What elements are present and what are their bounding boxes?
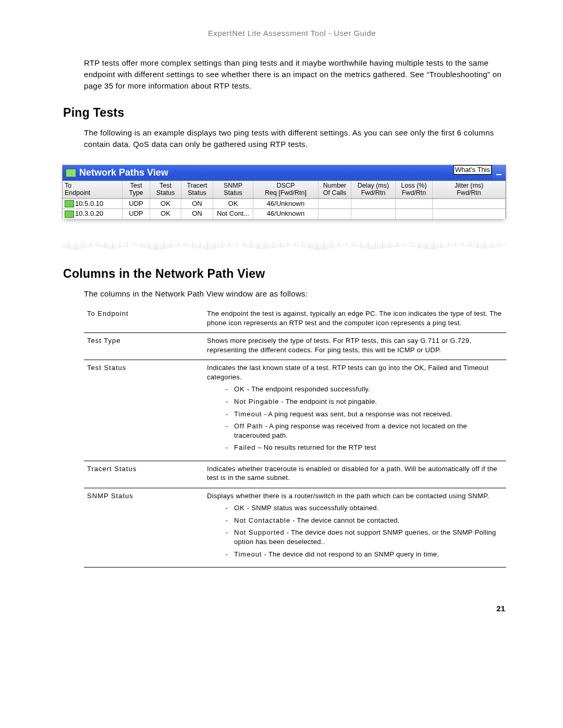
definition-subitem: -Timeout - A ping request was sent, but … [219,410,503,419]
grid-cell [319,209,351,219]
definition-row: Test StatusIndicates the last known stat… [84,360,506,461]
endpoint-icon [65,211,74,218]
definition-row: Test TypeShows more precisely the type o… [84,333,506,360]
grid-header-cell[interactable]: ToEndpoint [63,181,123,199]
grid-header-cell[interactable]: TracertStatus [181,181,213,199]
ping-paragraph: The following is an example displays two… [84,127,503,150]
definition-term: Tracert Status [84,461,204,488]
intro-paragraph: RTP tests offer more complex settings th… [84,57,503,91]
grid-cell [433,199,506,209]
definition-desc: Shows more precisely the type of tests. … [204,333,506,360]
column-definitions-table: To EndpointThe endpoint the test is agai… [84,306,506,567]
window-titlebar: Network Paths View What's This [63,165,506,181]
torn-edge [62,242,506,251]
endpoint-icon [65,200,74,207]
grid-cell: ON [181,199,213,209]
grid-cell: 46/Unknown [253,209,319,219]
definition-subitem: -Not Contactable - The device cannot be … [219,516,503,525]
heading-ping-tests: Ping Tests [63,106,503,120]
grid-cell [396,199,433,209]
definition-term: Test Type [84,333,204,360]
grid-cell [351,199,396,209]
svg-rect-0 [496,174,501,175]
grid-cell: 10.5.0.10 [63,199,123,209]
grid-cell: 10.3.0.20 [63,209,123,219]
grid-header-cell[interactable]: DSCPReq [Fwd/Rtn] [253,181,319,199]
definition-desc: The endpoint the test is against, typica… [204,306,506,333]
grid-header-cell[interactable]: SNMPStatus [213,181,253,199]
minimize-button[interactable] [492,165,506,181]
whats-this-button[interactable]: What's This [454,165,492,175]
columns-intro: The columns in the Network Path View win… [84,288,503,300]
grid-cell: OK [150,199,181,209]
grid-row[interactable]: 10.3.0.20UDPOKONNot Cont...46/Unknown [63,208,506,219]
definition-subitem: -Not Pingable - The endpoint is not ping… [219,397,503,406]
grid-header-cell[interactable]: Loss (%)Fwd/Rtn [396,181,433,199]
grid-cell: UDP [123,199,150,209]
grid-cell [351,209,396,219]
window-icon [66,169,76,177]
definition-subitem: -OK - SNMP status was successfully obtai… [219,503,503,513]
heading-columns: Columns in the Network Path View [63,267,503,281]
definition-row: Tracert StatusIndicates whether tracerou… [84,461,506,488]
grid-row[interactable]: 10.5.0.10UDPOKONOK46/Unknown [63,199,506,209]
definition-desc: Indicates the last known state of a test… [204,360,506,461]
grid-cell: UDP [123,209,150,219]
grid-header-cell[interactable]: Jitter (ms)Fwd/Rtn [433,181,506,199]
grid-cell [396,209,433,219]
grid-header-cell[interactable]: Delay (ms)Fwd/Rtn [351,181,396,199]
grid-cell: OK [213,199,253,209]
definition-term: Test Status [84,360,204,461]
grid-cell: OK [150,209,181,219]
definition-desc: Indicates whether traceroute is enabled … [204,461,506,488]
grid-header-cell[interactable]: NumberOf Calls [319,181,351,199]
definition-subitem: -Failed – No results returned for the RT… [219,443,503,452]
definition-desc: Displays whether there is a router/switc… [204,488,506,567]
definition-row: SNMP StatusDisplays whether there is a r… [84,488,506,567]
page-number: 21 [81,604,505,613]
window-title: Network Paths View [79,167,168,178]
definition-subitem: -Not Supported - The device does not sup… [219,528,503,546]
definition-row: To EndpointThe endpoint the test is agai… [84,306,506,333]
network-paths-grid: ToEndpointTestTypeTestStatusTracertStatu… [63,181,506,219]
grid-cell: 46/Unknown [253,199,319,209]
definition-subitem: -Off Path - A ping response was received… [219,422,503,440]
grid-cell [433,209,506,219]
definition-subitem: -OK - The endpoint responded successfull… [219,385,503,394]
page-header: ExpertNet Lite Assessment Tool - User Gu… [81,29,503,38]
grid-cell: Not Cont... [213,209,253,219]
network-paths-view-window: Network Paths View What's This ToEndpoin… [62,165,506,219]
grid-cell [319,199,351,209]
definition-subitem: -Timeout - The device did not respond to… [219,550,503,559]
grid-cell: ON [181,209,213,219]
definition-term: To Endpoint [84,306,204,333]
grid-header-cell[interactable]: TestStatus [150,181,181,199]
definition-term: SNMP Status [84,488,204,567]
grid-header-cell[interactable]: TestType [123,181,150,199]
